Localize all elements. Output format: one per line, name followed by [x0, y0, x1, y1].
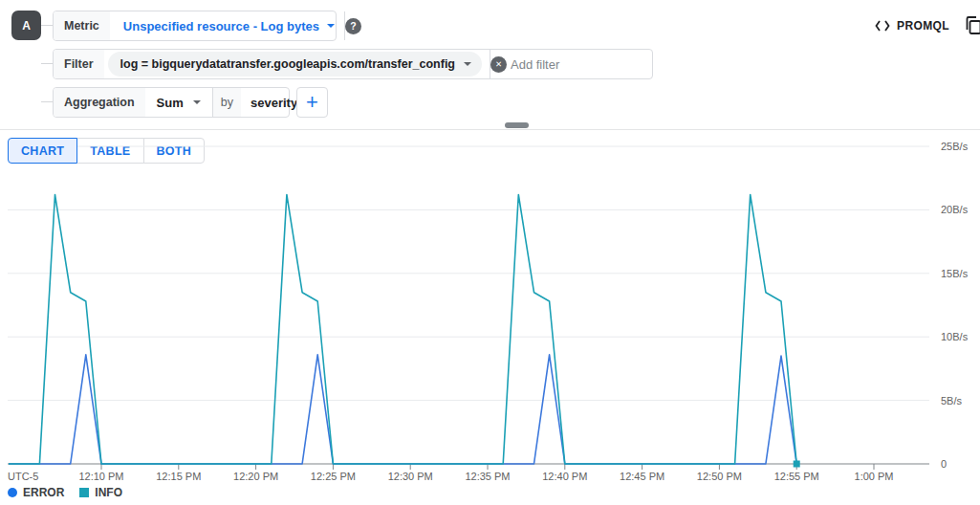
y-axis-tick-label: 15B/s — [941, 268, 968, 279]
x-axis-tick-label: 12:45 PM — [620, 471, 664, 482]
legend-label: INFO — [95, 486, 122, 499]
remove-filter-icon[interactable]: ✕ — [490, 56, 507, 73]
x-axis-tick-label: 1:00 PM — [855, 471, 894, 482]
query-series-badge[interactable]: A — [11, 11, 41, 40]
metric-dropdown-value: Unspecified resource - Log bytes — [123, 19, 319, 33]
add-filter-input[interactable] — [507, 57, 683, 72]
filter-label: Filter — [54, 50, 104, 78]
x-axis-tick-label: 12:55 PM — [774, 471, 819, 482]
resize-drag-handle[interactable] — [505, 122, 529, 128]
chevron-down-icon — [327, 24, 335, 28]
by-label: by — [213, 88, 241, 117]
error-series-marker-icon — [8, 488, 17, 497]
section-divider — [0, 129, 980, 130]
code-icon — [875, 20, 890, 32]
promql-label: PROMQL — [897, 19, 949, 33]
aggregation-function-dropdown[interactable]: Sum — [145, 88, 212, 117]
y-axis-tick-label: 25B/s — [941, 141, 968, 152]
x-axis-tick-label: 12:20 PM — [233, 471, 278, 482]
connector-line — [41, 63, 53, 64]
x-axis-tick-label: 12:50 PM — [697, 471, 742, 482]
legend-label: ERROR — [23, 486, 64, 499]
add-query-element-button[interactable]: + — [296, 87, 328, 118]
aggregation-function-value: Sum — [157, 96, 184, 110]
aggregation-row: Aggregation Sum by severity — [53, 87, 290, 118]
metric-label: Metric — [54, 11, 110, 40]
chevron-down-icon — [193, 100, 201, 104]
timezone-label: UTC-5 — [8, 471, 38, 482]
y-axis-tick-label: 0 — [941, 458, 947, 470]
chart-legend: ERROR INFO — [8, 486, 122, 499]
filter-chip[interactable]: log = bigquerydatatransfer.googleapis.co… — [108, 52, 482, 77]
group-by-value: severity — [250, 96, 297, 110]
legend-item-info[interactable]: INFO — [79, 486, 122, 499]
legend-item-error[interactable]: ERROR — [8, 486, 64, 499]
filter-chip-text: log = bigquerydatatransfer.googleapis.co… — [120, 57, 455, 71]
x-axis-tick-label: 12:30 PM — [388, 471, 433, 482]
x-axis-tick-label: 12:10 PM — [78, 471, 123, 482]
x-axis-tick-label: 12:25 PM — [311, 471, 356, 482]
chevron-down-icon — [464, 62, 471, 66]
tab-chart[interactable]: CHART — [8, 138, 77, 164]
view-tabs: CHART TABLE BOTH — [8, 138, 205, 164]
info-series-marker-icon — [79, 488, 89, 497]
x-axis-tick-label: 12:15 PM — [156, 471, 201, 482]
filter-row: Filter log = bigquerydatatransfer.google… — [53, 49, 653, 79]
connector-line — [41, 101, 53, 102]
y-axis-tick-label: 5B/s — [941, 395, 962, 406]
y-axis-tick-label: 20B/s — [941, 204, 968, 215]
tab-both[interactable]: BOTH — [143, 138, 206, 164]
connector-line — [41, 25, 53, 26]
help-icon[interactable]: ? — [345, 18, 361, 34]
x-axis-tick-label: 12:40 PM — [542, 471, 587, 482]
promql-toggle[interactable]: PROMQL — [875, 15, 949, 36]
tab-table[interactable]: TABLE — [76, 138, 143, 164]
aggregation-label: Aggregation — [54, 88, 145, 117]
copy-icon[interactable] — [964, 16, 980, 35]
y-axis-tick-label: 10B/s — [941, 331, 968, 342]
x-axis-tick-label: 12:35 PM — [465, 471, 510, 482]
metric-row: Metric Unspecified resource - Log bytes … — [53, 11, 337, 41]
metric-dropdown[interactable]: Unspecified resource - Log bytes — [110, 19, 344, 33]
